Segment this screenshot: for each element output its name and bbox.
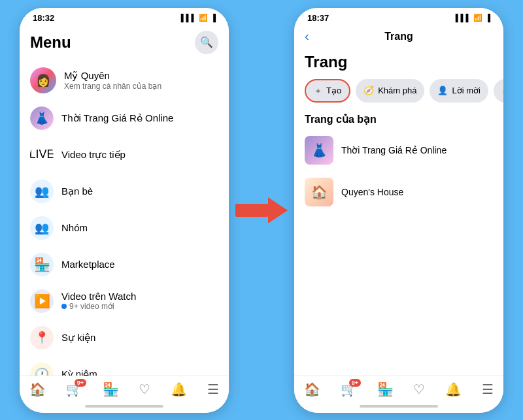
shop-label: Thời Trang Giá Rẻ Online — [61, 112, 173, 124]
tab-invites[interactable]: 👤 Lời mời — [430, 79, 488, 103]
page2-name: Quyen's House — [341, 187, 403, 197]
memories-icon: 🕐 — [30, 363, 54, 376]
page-item-2[interactable]: 🏠 Quyen's House — [294, 171, 503, 213]
menu-item-marketplace[interactable]: 🏪 Marketplace — [20, 246, 229, 283]
right-nav-cart[interactable]: 🛒 9+ — [341, 381, 357, 397]
right-phone: 18:37 ▌▌▌ 📶 ▐ ‹ Trang Trang ＋ Tạo — [294, 8, 503, 413]
search-button[interactable]: 🔍 — [195, 31, 218, 54]
main-container: 18:32 ▌▌▌ 📶 ▐ Menu 🔍 👩 Mỹ Quyên Xem tran… — [0, 0, 523, 420]
memories-label: Kỳ niệm — [61, 368, 97, 376]
left-content: Menu 🔍 👩 Mỹ Quyên Xem trang cá nhân của … — [20, 25, 229, 413]
nav-bell[interactable]: 🔔 — [171, 381, 187, 397]
right-nav-menu[interactable]: ☰ — [482, 381, 494, 397]
right-status-bar: 18:37 ▌▌▌ 📶 ▐ — [294, 8, 503, 25]
left-time: 18:32 — [33, 13, 54, 23]
right-bottom-nav: 🏠 🛒 9+ 🏪 ♡ 🔔 ☰ — [294, 376, 503, 400]
right-nav-bell[interactable]: 🔔 — [445, 381, 462, 397]
right-header: ‹ Trang — [294, 25, 503, 48]
watch-text: Video trên Watch 9+ video mới — [61, 291, 136, 311]
nav-heart[interactable]: ♡ — [139, 381, 150, 397]
memories-text: Kỳ niệm — [61, 368, 97, 376]
live-text: Video trực tiếp — [61, 149, 126, 161]
left-bottom-nav: 🏠 🛒 9+ 🏪 ♡ 🔔 ☰ — [20, 376, 229, 400]
live-label: Video trực tiếp — [61, 149, 126, 161]
left-status-bar: 18:32 ▌▌▌ 📶 ▐ — [20, 8, 229, 25]
right-signal-icon: ▌▌▌ — [456, 14, 471, 22]
nav-cart[interactable]: 🛒 9+ — [66, 381, 82, 397]
menu-list: 👩 Mỹ Quyên Xem trang cá nhân của bạn 👗 T… — [20, 58, 229, 376]
cart-badge: 9+ — [75, 379, 86, 387]
friends-icon: 👥 — [30, 180, 54, 203]
right-header-title: Trang — [384, 31, 413, 42]
tab-create[interactable]: ＋ Tạo — [305, 79, 350, 103]
menu-item-friends[interactable]: 👥 Bạn bè — [20, 173, 229, 210]
page1-name: Thời Trang Giá Rẻ Online — [341, 145, 447, 155]
left-home-indicator — [20, 400, 229, 413]
groups-text: Nhóm — [61, 222, 88, 233]
profile-row[interactable]: 👩 Mỹ Quyên Xem trang cá nhân của bạn — [20, 61, 229, 100]
nav-marketplace[interactable]: 🏪 — [103, 381, 119, 397]
page-title: Trang — [294, 48, 503, 75]
battery-icon: ▐ — [211, 14, 216, 22]
menu-item-shop[interactable]: 👗 Thời Trang Giá Rẻ Online — [20, 100, 229, 137]
right-content: ‹ Trang Trang ＋ Tạo 🧭 Khám phá 👤 — [294, 25, 503, 413]
live-icon: LIVE — [30, 143, 54, 167]
friends-label: Bạn bè — [61, 186, 93, 197]
explore-icon: 🧭 — [363, 86, 374, 95]
right-wifi-icon: 📶 — [473, 14, 482, 22]
right-battery-icon: ▐ — [485, 14, 490, 22]
right-nav-marketplace[interactable]: 🏪 — [377, 381, 394, 397]
invites-label: Lời mời — [452, 86, 480, 95]
menu-item-memories[interactable]: 🕐 Kỳ niệm — [20, 356, 229, 376]
groups-label: Nhóm — [61, 222, 88, 233]
right-home-indicator — [294, 400, 503, 413]
profile-name: Mỹ Quyên — [64, 70, 161, 82]
marketplace-icon: 🏪 — [30, 253, 54, 276]
page-item-1[interactable]: 👗 Thời Trang Giá Rẻ Online — [294, 129, 503, 171]
profile-avatar: 👩 — [30, 67, 56, 93]
watch-label: Video trên Watch — [61, 291, 136, 302]
page-section: Trang ＋ Tạo 🧭 Khám phá 👤 Lời mời — [294, 48, 503, 376]
left-phone: 18:32 ▌▌▌ 📶 ▐ Menu 🔍 👩 Mỹ Quyên Xem tran… — [20, 8, 229, 413]
tabs-row: ＋ Tạo 🧭 Khám phá 👤 Lời mời 👍 Tr — [294, 75, 503, 106]
menu-item-groups[interactable]: 👥 Nhóm — [20, 210, 229, 246]
tab-liked[interactable]: 👍 Tr — [494, 79, 503, 103]
liked-icon: 👍 — [501, 86, 503, 95]
groups-icon: 👥 — [30, 216, 54, 240]
left-status-icons: ▌▌▌ 📶 ▐ — [181, 14, 216, 22]
shop-text: Thời Trang Giá Rẻ Online — [61, 112, 173, 124]
right-time: 18:37 — [307, 13, 329, 23]
menu-item-watch[interactable]: ▶️ Video trên Watch 9+ video mới — [20, 283, 229, 319]
watch-sub: 9+ video mới — [61, 302, 136, 311]
create-plus-icon: ＋ — [314, 85, 322, 97]
profile-sub: Xem trang cá nhân của bạn — [64, 82, 161, 91]
menu-item-events[interactable]: 📍 Sự kiện — [20, 319, 229, 356]
events-label: Sự kiện — [61, 332, 95, 344]
nav-home[interactable]: 🏠 — [29, 381, 46, 397]
create-label: Tạo — [326, 86, 341, 95]
menu-item-live[interactable]: LIVE Video trực tiếp — [20, 137, 229, 173]
page1-avatar: 👗 — [305, 136, 333, 165]
profile-text: Mỹ Quyên Xem trang cá nhân của bạn — [64, 70, 161, 91]
invites-icon: 👤 — [437, 86, 448, 95]
watch-icon: ▶️ — [30, 289, 54, 313]
marketplace-label: Marketplace — [61, 259, 115, 270]
signal-icon: ▌▌▌ — [181, 14, 196, 22]
events-icon: 📍 — [30, 326, 54, 349]
nav-menu[interactable]: ☰ — [207, 381, 219, 397]
wifi-icon: 📶 — [199, 14, 208, 22]
left-header: Menu 🔍 — [20, 25, 229, 58]
events-text: Sự kiện — [61, 332, 95, 344]
right-nav-home[interactable]: 🏠 — [304, 381, 320, 397]
marketplace-text: Marketplace — [61, 259, 115, 270]
explore-label: Khám phá — [378, 86, 416, 95]
right-nav-heart[interactable]: ♡ — [413, 381, 425, 397]
section-title: Trang của bạn — [294, 106, 503, 129]
menu-title: Menu — [30, 33, 71, 52]
friends-text: Bạn bè — [61, 186, 93, 197]
right-cart-badge: 9+ — [349, 379, 361, 387]
back-button[interactable]: ‹ — [305, 29, 309, 44]
right-status-icons: ▌▌▌ 📶 ▐ — [456, 14, 490, 22]
red-arrow — [235, 197, 288, 223]
tab-explore[interactable]: 🧭 Khám phá — [356, 79, 424, 103]
